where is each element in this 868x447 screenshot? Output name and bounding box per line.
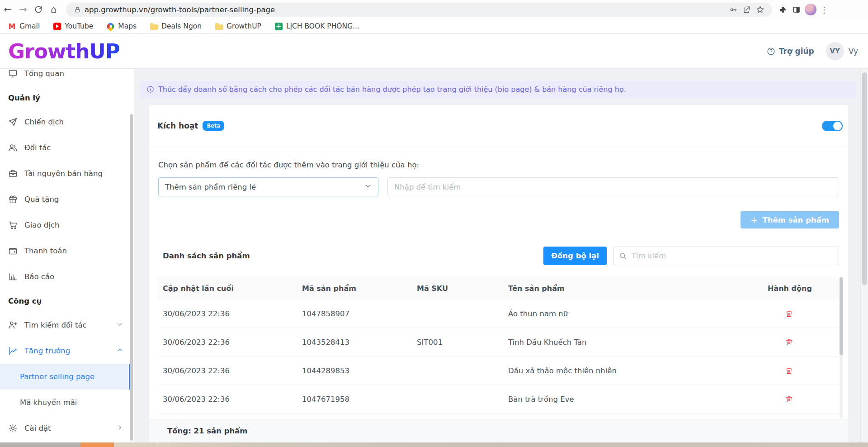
page-scrollbar[interactable] [860,69,868,442]
product-mode-select[interactable]: Thêm sản phẩm riêng lẻ [158,177,378,196]
sidebar-scrollbar[interactable] [130,114,133,441]
choose-products-label: Chọn sản phẩm để các đối tác được thêm v… [158,161,839,169]
user-menu[interactable]: VY Vy [826,42,858,60]
bookmark-gmail[interactable]: M Gmail [8,22,40,30]
bookmark-deals-ngon[interactable]: Deals Ngon [150,22,202,30]
sidebar-item-giao-dich[interactable]: Giao dịch [0,212,131,238]
column-header: Mã SKU [412,284,504,293]
sidebar-subitem-partner-selling-page[interactable]: Partner selling page [0,364,131,390]
activation-row: Kích hoạt Beta [149,105,848,147]
maps-icon [106,21,116,31]
browser-menu-icon[interactable]: ⋮ [818,5,830,14]
back-icon[interactable]: ← [0,2,15,17]
youtube-icon [53,23,61,30]
sidebar-item-bao-cao[interactable]: Báo cáo [0,264,131,290]
beta-badge: Beta [203,121,224,131]
bookmark-lich-book-phong[interactable]: LỊCH BOOK PHÒNG... [275,22,359,30]
report-chart-icon [8,272,18,281]
cart-icon [8,220,18,230]
column-header: Cập nhật lần cuối [158,284,297,293]
wallet-icon [8,246,18,256]
user-search-icon [8,320,18,330]
activation-toggle[interactable] [822,121,843,131]
sidebar-item-thanh-toan[interactable]: Thanh toán [0,238,131,264]
chevron-down-icon [364,182,372,191]
chevron-right-icon [117,424,123,433]
info-banner: Thúc đẩy doanh số bằng cách cho phép các… [140,81,856,98]
extensions-icon[interactable] [776,3,789,16]
plus-icon: + [750,214,758,225]
browser-toolbar: ← → ⌂ app.growthup.vn/growth-tools/partn… [0,0,868,19]
monitor-icon [8,69,18,78]
bookmark-star-icon[interactable] [753,3,767,16]
bookmarks-bar: M Gmail YouTube Maps Deals Ngon GrowthUP… [0,19,868,34]
gift-icon [8,195,18,204]
bookmark-youtube[interactable]: YouTube [53,22,93,30]
table-row: 30/06/2023 22:36 1047671958 Bàn trà trốn… [158,385,839,414]
column-header: Hành động [763,284,839,293]
partners-icon [8,143,18,152]
bookmark-maps[interactable]: Maps [107,22,137,30]
gmail-icon: M [8,23,16,30]
sidebar-section-quan-ly: Quản lý [0,86,134,109]
sidebar-item-qua-tang[interactable]: Quà tặng [0,186,131,212]
product-list-title: Danh sách sản phẩm [163,252,250,260]
folder-icon [150,24,158,30]
sidebar: Tổng quan Quản lý Chiến dịch Đối tác Tài… [0,69,134,442]
sheets-icon [275,23,283,30]
delete-trash-icon[interactable] [784,309,794,319]
add-product-button[interactable]: + Thêm sản phẩm [741,211,839,228]
password-key-icon[interactable] [726,3,740,16]
column-header: Mã sản phẩm [297,284,412,293]
bottom-edge-strip [0,442,868,447]
briefcase-icon [8,169,18,178]
column-header: Tên sản phẩm [504,284,763,293]
table-search-input[interactable] [631,251,833,261]
delete-trash-icon[interactable] [784,366,794,376]
url-bar[interactable]: app.growthup.vn/growth-tools/partner-sel… [66,3,772,17]
browser-profile-avatar[interactable] [805,4,816,15]
question-circle-icon [767,47,775,56]
gear-icon [8,423,18,433]
sidebar-item-chien-dich[interactable]: Chiến dịch [0,109,131,135]
sidebar-item-tim-kiem-doi-tac[interactable]: Tìm kiếm đối tác [0,312,131,338]
activation-label: Kích hoạt [157,121,198,130]
app-header: GrowthUP Trợ giúp VY Vy [0,34,868,69]
table-row: 30/06/2023 22:36 1043528413 SIT001 Tinh … [158,328,839,357]
avatar[interactable]: VY [826,42,844,60]
side-panel-icon[interactable] [789,3,803,16]
sidebar-item-tai-nguyen-ban-hang[interactable]: Tài nguyên bán hàng [0,161,131,186]
growthup-logo[interactable]: GrowthUP [8,39,120,63]
campaign-send-icon [8,117,18,127]
product-search-input[interactable] [387,177,839,196]
sidebar-item-tang-truong[interactable]: Tăng trưởng [0,338,131,364]
product-table: Cập nhật lần cuối Mã sản phẩm Mã SKU Tên… [158,277,839,414]
table-header-row: Cập nhật lần cuối Mã sản phẩm Mã SKU Tên… [158,277,839,300]
folder-icon [215,24,223,30]
bookmark-growthup[interactable]: GrowthUP [215,22,261,30]
lock-icon [74,6,81,13]
sidebar-section-cong-cu: Công cụ [0,290,134,312]
sidebar-item-doi-tac[interactable]: Đối tác [0,135,131,161]
table-row: 30/06/2023 22:36 1047858907 Áo thun nam … [158,300,839,328]
table-total: Tổng: 21 sản phẩm [149,419,848,442]
content-card: Kích hoạt Beta Chọn sản phẩm để các đối … [149,105,848,442]
sidebar-item-cai-dat[interactable]: Cài đặt [0,415,131,441]
delete-trash-icon[interactable] [784,394,794,404]
reload-icon[interactable] [31,2,46,17]
sidebar-subitem-ma-khuyen-mai[interactable]: Mã khuyến mãi [0,390,131,415]
screen: ← → ⌂ app.growthup.vn/growth-tools/partn… [0,0,868,447]
share-icon[interactable] [740,3,753,16]
search-icon [619,252,627,260]
table-row: 30/06/2023 22:36 1044289853 Dầu xả thảo … [158,357,839,385]
forward-icon[interactable]: → [15,2,31,17]
delete-trash-icon[interactable] [784,337,794,347]
sync-button[interactable]: Đồng bộ lại [543,247,607,265]
help-link[interactable]: Trợ giúp [767,47,814,56]
sidebar-item-tong-quan[interactable]: Tổng quan [0,69,131,86]
url-text: app.growthup.vn/growth-tools/partner-sel… [85,5,726,14]
user-name: Vy [849,47,858,56]
table-search-box[interactable] [613,247,839,265]
table-scrollbar[interactable] [840,277,843,418]
home-icon[interactable]: ⌂ [46,2,61,17]
